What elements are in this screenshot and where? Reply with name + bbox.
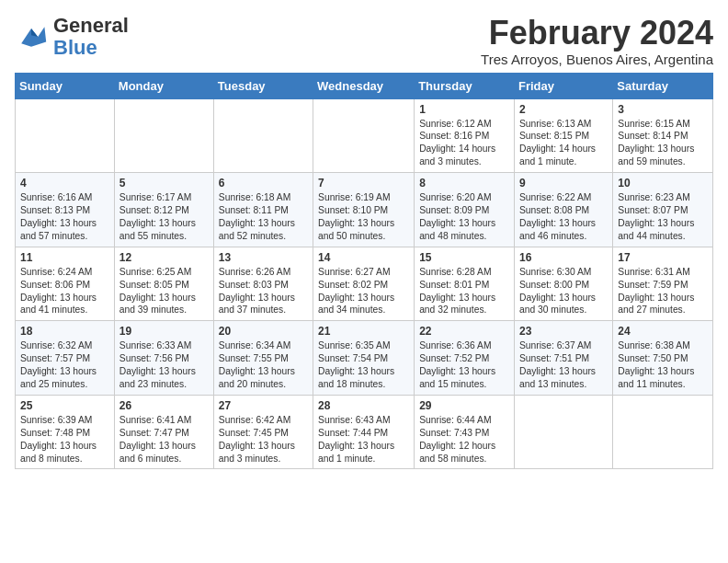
day-info: Sunrise: 6:13 AM Sunset: 8:15 PM Dayligh… [519,118,608,169]
calendar-cell: 20Sunrise: 6:34 AM Sunset: 7:55 PM Dayli… [213,321,313,396]
col-friday: Friday [515,73,613,98]
day-info: Sunrise: 6:35 AM Sunset: 7:54 PM Dayligh… [318,339,409,391]
col-monday: Monday [114,73,213,98]
calendar-cell: 23Sunrise: 6:37 AM Sunset: 7:51 PM Dayli… [515,321,613,396]
calendar-cell [313,98,415,173]
day-info: Sunrise: 6:43 AM Sunset: 7:44 PM Dayligh… [318,414,409,465]
day-number: 2 [519,103,608,116]
calendar-cell: 11Sunrise: 6:24 AM Sunset: 8:06 PM Dayli… [16,247,115,321]
day-info: Sunrise: 6:44 AM Sunset: 7:43 PM Dayligh… [419,414,509,465]
day-info: Sunrise: 6:31 AM Sunset: 7:59 PM Dayligh… [618,266,708,317]
calendar-cell: 25Sunrise: 6:39 AM Sunset: 7:48 PM Dayli… [16,395,115,469]
calendar-table: Sunday Monday Tuesday Wednesday Thursday… [15,73,713,470]
calendar-cell: 28Sunrise: 6:43 AM Sunset: 7:44 PM Dayli… [313,395,415,469]
day-number: 10 [618,177,708,190]
calendar-cell: 17Sunrise: 6:31 AM Sunset: 7:59 PM Dayli… [613,247,713,321]
calendar-header: Sunday Monday Tuesday Wednesday Thursday… [16,73,713,98]
col-wednesday: Wednesday [313,73,415,98]
day-info: Sunrise: 6:22 AM Sunset: 8:08 PM Dayligh… [519,191,608,243]
logo-icon [15,20,48,53]
calendar-cell: 2Sunrise: 6:13 AM Sunset: 8:15 PM Daylig… [515,98,613,173]
day-info: Sunrise: 6:12 AM Sunset: 8:16 PM Dayligh… [419,118,509,169]
calendar-cell: 7Sunrise: 6:19 AM Sunset: 8:10 PM Daylig… [313,173,415,247]
calendar-cell: 26Sunrise: 6:41 AM Sunset: 7:47 PM Dayli… [114,395,213,469]
calendar-cell: 19Sunrise: 6:33 AM Sunset: 7:56 PM Dayli… [114,321,213,396]
day-number: 6 [219,177,308,190]
day-number: 21 [318,325,409,338]
day-info: Sunrise: 6:25 AM Sunset: 8:05 PM Dayligh… [119,266,209,317]
calendar-cell [16,98,115,173]
day-info: Sunrise: 6:18 AM Sunset: 8:11 PM Dayligh… [219,191,308,243]
day-number: 1 [419,103,509,116]
day-number: 5 [119,177,209,190]
day-info: Sunrise: 6:27 AM Sunset: 8:02 PM Dayligh… [318,266,409,317]
day-number: 9 [519,177,608,190]
day-info: Sunrise: 6:33 AM Sunset: 7:56 PM Dayligh… [119,339,209,391]
calendar-cell: 12Sunrise: 6:25 AM Sunset: 8:05 PM Dayli… [114,247,213,321]
day-info: Sunrise: 6:30 AM Sunset: 8:00 PM Dayligh… [519,266,608,317]
day-number: 4 [20,177,109,190]
calendar-cell [613,395,713,469]
day-number: 20 [219,325,308,338]
day-info: Sunrise: 6:16 AM Sunset: 8:13 PM Dayligh… [20,191,109,243]
calendar-week-2: 4Sunrise: 6:16 AM Sunset: 8:13 PM Daylig… [16,173,713,247]
day-info: Sunrise: 6:26 AM Sunset: 8:03 PM Dayligh… [219,266,308,317]
day-info: Sunrise: 6:41 AM Sunset: 7:47 PM Dayligh… [119,414,209,465]
col-saturday: Saturday [613,73,713,98]
calendar-week-1: 1Sunrise: 6:12 AM Sunset: 8:16 PM Daylig… [16,98,713,173]
day-info: Sunrise: 6:34 AM Sunset: 7:55 PM Dayligh… [219,339,308,391]
calendar-week-4: 18Sunrise: 6:32 AM Sunset: 7:57 PM Dayli… [16,321,713,396]
calendar-cell: 16Sunrise: 6:30 AM Sunset: 8:00 PM Dayli… [515,247,613,321]
calendar-cell: 22Sunrise: 6:36 AM Sunset: 7:52 PM Dayli… [415,321,515,396]
day-number: 27 [219,399,308,412]
col-sunday: Sunday [16,73,115,98]
day-info: Sunrise: 6:38 AM Sunset: 7:50 PM Dayligh… [618,339,708,391]
calendar-cell: 13Sunrise: 6:26 AM Sunset: 8:03 PM Dayli… [213,247,313,321]
calendar-cell: 5Sunrise: 6:17 AM Sunset: 8:12 PM Daylig… [114,173,213,247]
logo: General Blue [15,15,129,59]
day-number: 28 [318,399,409,412]
logo-text: General Blue [53,15,129,59]
calendar-cell: 27Sunrise: 6:42 AM Sunset: 7:45 PM Dayli… [213,395,313,469]
day-number: 16 [519,251,608,264]
calendar-cell: 29Sunrise: 6:44 AM Sunset: 7:43 PM Dayli… [415,395,515,469]
day-info: Sunrise: 6:19 AM Sunset: 8:10 PM Dayligh… [318,191,409,243]
page-header: General Blue February 2024 Tres Arroyos,… [15,15,713,67]
svg-marker-0 [21,27,46,47]
calendar-body: 1Sunrise: 6:12 AM Sunset: 8:16 PM Daylig… [16,98,713,469]
header-row: Sunday Monday Tuesday Wednesday Thursday… [16,73,713,98]
day-info: Sunrise: 6:32 AM Sunset: 7:57 PM Dayligh… [20,339,109,391]
day-number: 23 [519,325,608,338]
day-info: Sunrise: 6:39 AM Sunset: 7:48 PM Dayligh… [20,414,109,465]
col-tuesday: Tuesday [213,73,313,98]
day-number: 11 [20,251,109,264]
calendar-cell: 24Sunrise: 6:38 AM Sunset: 7:50 PM Dayli… [613,321,713,396]
day-number: 12 [119,251,209,264]
calendar-week-5: 25Sunrise: 6:39 AM Sunset: 7:48 PM Dayli… [16,395,713,469]
calendar-cell [114,98,213,173]
day-number: 7 [318,177,409,190]
calendar-cell: 10Sunrise: 6:23 AM Sunset: 8:07 PM Dayli… [613,173,713,247]
day-info: Sunrise: 6:24 AM Sunset: 8:06 PM Dayligh… [20,266,109,317]
calendar-week-3: 11Sunrise: 6:24 AM Sunset: 8:06 PM Dayli… [16,247,713,321]
day-info: Sunrise: 6:28 AM Sunset: 8:01 PM Dayligh… [419,266,509,317]
day-number: 22 [419,325,509,338]
title-block: February 2024 Tres Arroyos, Buenos Aires… [481,15,713,67]
day-number: 29 [419,399,509,412]
calendar-cell: 3Sunrise: 6:15 AM Sunset: 8:14 PM Daylig… [613,98,713,173]
day-number: 18 [20,325,109,338]
day-info: Sunrise: 6:37 AM Sunset: 7:51 PM Dayligh… [519,339,608,391]
day-info: Sunrise: 6:23 AM Sunset: 8:07 PM Dayligh… [618,191,708,243]
calendar-cell: 8Sunrise: 6:20 AM Sunset: 8:09 PM Daylig… [415,173,515,247]
calendar-cell: 4Sunrise: 6:16 AM Sunset: 8:13 PM Daylig… [16,173,115,247]
day-info: Sunrise: 6:17 AM Sunset: 8:12 PM Dayligh… [119,191,209,243]
calendar-cell: 18Sunrise: 6:32 AM Sunset: 7:57 PM Dayli… [16,321,115,396]
day-number: 19 [119,325,209,338]
day-number: 25 [20,399,109,412]
calendar-cell: 6Sunrise: 6:18 AM Sunset: 8:11 PM Daylig… [213,173,313,247]
calendar-cell [213,98,313,173]
calendar-cell: 15Sunrise: 6:28 AM Sunset: 8:01 PM Dayli… [415,247,515,321]
day-info: Sunrise: 6:36 AM Sunset: 7:52 PM Dayligh… [419,339,509,391]
page-title: February 2024 [481,15,713,52]
calendar-cell: 9Sunrise: 6:22 AM Sunset: 8:08 PM Daylig… [515,173,613,247]
